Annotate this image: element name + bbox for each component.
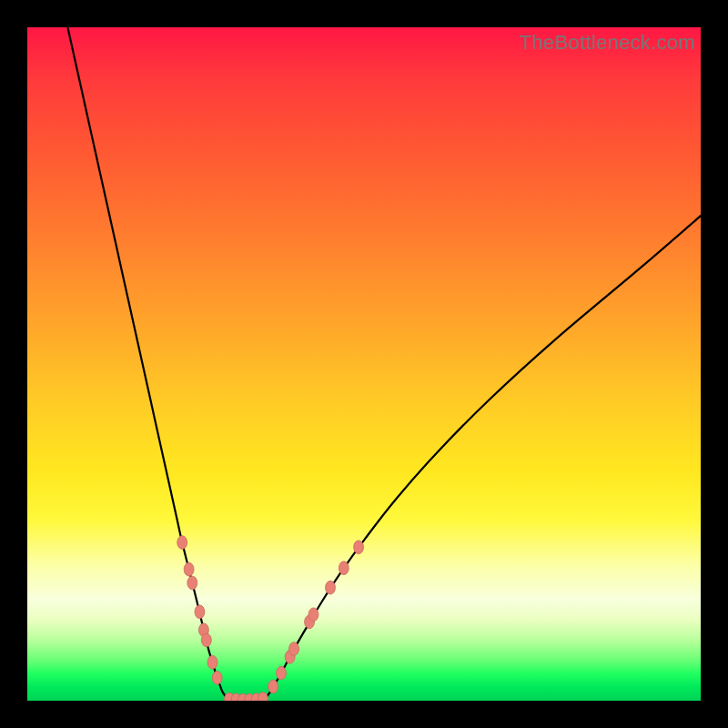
- data-marker: [308, 608, 318, 622]
- bottleneck-curve: [67, 27, 701, 701]
- plot-area: TheBottleneck.com: [27, 27, 701, 701]
- data-marker: [289, 642, 299, 656]
- data-marker: [277, 666, 287, 680]
- data-marker: [354, 541, 364, 554]
- data-marker: [326, 581, 336, 594]
- data-marker: [268, 680, 278, 693]
- data-marker: [177, 536, 187, 550]
- data-marker: [339, 561, 349, 575]
- data-marker: [195, 605, 205, 619]
- data-marker: [184, 562, 194, 576]
- data-marker: [207, 655, 217, 669]
- data-marker: [201, 633, 211, 647]
- chart-frame: TheBottleneck.com: [0, 0, 728, 728]
- data-marker: [212, 671, 222, 684]
- data-marker: [258, 693, 268, 701]
- data-marker: [187, 576, 197, 590]
- chart-svg: [27, 27, 701, 701]
